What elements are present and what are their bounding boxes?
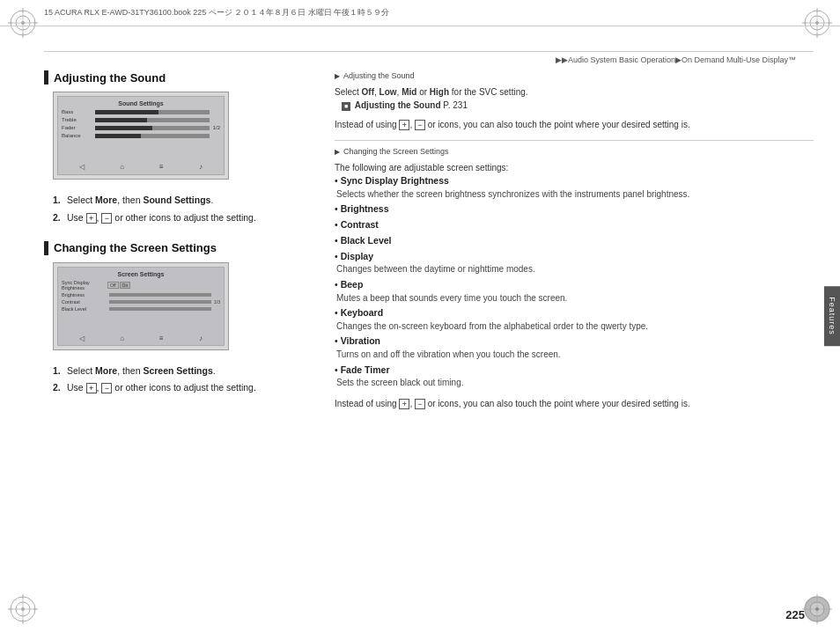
menu-icon: ≡ <box>159 163 164 171</box>
screen-settings-list: •Sync Display Brightness Selects whether… <box>335 174 814 390</box>
table-row: Balance <box>62 133 220 138</box>
section2-steps: 1. Select More, then Screen Settings. 2.… <box>53 364 317 396</box>
plus-icon: + <box>86 213 97 224</box>
section2-heading-text: Changing the Screen Settings <box>54 241 217 254</box>
section1-heading-text: Adjusting the Sound <box>54 71 166 85</box>
right-section2-intro: The following are adjustable screen sett… <box>335 161 814 175</box>
minus-icon-4: − <box>415 399 425 409</box>
minus-icon-2: − <box>101 383 112 393</box>
minus-icon-3: − <box>415 120 425 130</box>
plus-icon-3: + <box>399 120 409 130</box>
list-item: •Display Changes between the daytime or … <box>335 250 814 276</box>
step-2-screen: 2. Use +, − or other icons to adjust the… <box>53 381 317 395</box>
screen-bottom-icons: ◁ ⌂ ≡ ♪ <box>62 163 220 171</box>
sound-settings-screen: Sound Settings Bass Treble <box>53 92 229 180</box>
screen-settings-screen: Screen Settings Sync Display Brightness … <box>53 262 229 350</box>
right-section1-title: ▶ Adjusting the Sound <box>335 70 814 83</box>
screen-settings-label: Screen Settings <box>58 271 224 277</box>
top-header: 15 ACURA RLX E-AWD-31TY36100.book 225 ペー… <box>0 0 840 26</box>
right-section1-body1: Select Off, Low, Mid or High for the SVC… <box>335 85 814 113</box>
toggle-on: On <box>120 282 131 289</box>
list-item: •Fade Timer Sets the screen black out ti… <box>335 364 814 390</box>
ref-icon: ■ <box>342 102 350 111</box>
screen2-bottom-icons: ◁ ⌂ ≡ ♪ <box>62 334 220 342</box>
section1-steps: 1. Select More, then Sound Settings. 2. … <box>53 194 317 225</box>
toggle-off: Off <box>107 282 119 289</box>
arrow-icon-2: ▶ <box>335 147 340 158</box>
list-item: •Vibration Turns on and off the vibratio… <box>335 334 814 361</box>
menu-icon-2: ≡ <box>159 334 164 342</box>
sound-settings-inner: Sound Settings Bass Treble <box>57 96 225 175</box>
step-1: 1. Select More, then Sound Settings. <box>53 194 317 208</box>
table-row: Bass <box>62 109 220 114</box>
table-row: Contrast 1/3 <box>62 299 220 305</box>
list-item: •Beep Mutes a beep that sounds every tim… <box>335 278 814 305</box>
page-number: 225 <box>785 608 805 621</box>
arrow-icon: ▶ <box>335 71 340 82</box>
right-section2-footer: Instead of using +, − or icons, you can … <box>335 397 814 411</box>
list-item: •Black Level <box>335 234 814 248</box>
right-section2-title: ▶ Changing the Screen Settings <box>335 146 814 158</box>
plus-icon-2: + <box>86 383 97 393</box>
plus-icon-4: + <box>399 399 409 409</box>
audio-icon-2: ♪ <box>199 334 203 342</box>
table-row: Black Level <box>62 306 220 312</box>
list-item: •Sync Display Brightness Selects whether… <box>335 174 814 201</box>
section-adjusting-sound: Adjusting the Sound Sound Settings Bass … <box>44 70 317 225</box>
main-content: Adjusting the Sound Sound Settings Bass … <box>44 70 814 597</box>
screen-settings-inner: Screen Settings Sync Display Brightness … <box>57 267 225 346</box>
table-row: Fader 1/2 <box>62 125 220 130</box>
table-row: Brightness <box>62 292 220 298</box>
audio-icon: ♪ <box>199 163 203 171</box>
right-column: ▶ Adjusting the Sound Select Off, Low, M… <box>335 70 814 597</box>
back-icon-2: ◁ <box>79 334 85 342</box>
section1-heading-bar <box>44 70 48 85</box>
home-icon: ⌂ <box>120 163 124 171</box>
section-screen-settings: Changing the Screen Settings Screen Sett… <box>44 241 317 396</box>
minus-icon: − <box>101 213 112 224</box>
right-section1-body2: Instead of using +, − or icons, you can … <box>335 118 814 132</box>
header-text: 15 ACURA RLX E-AWD-31TY36100.book 225 ペー… <box>44 7 796 18</box>
list-item: •Contrast <box>335 218 814 232</box>
back-icon: ◁ <box>79 163 85 171</box>
right-section-sound: ▶ Adjusting the Sound Select Off, Low, M… <box>335 70 814 131</box>
breadcrumb: ▶▶Audio System Basic Operation▶On Demand… <box>44 51 814 64</box>
features-tab: Features <box>824 286 840 346</box>
section1-heading: Adjusting the Sound <box>44 70 317 85</box>
list-item: •Brightness <box>335 202 814 217</box>
table-row: Treble <box>62 117 220 122</box>
left-column: Adjusting the Sound Sound Settings Bass … <box>44 70 317 597</box>
svg-point-22 <box>21 607 25 611</box>
home-icon-2: ⌂ <box>120 334 124 342</box>
sound-settings-rows: Bass Treble Fader 1/2 <box>62 109 220 141</box>
right-section-screen: ▶ Changing the Screen Settings The follo… <box>335 146 814 410</box>
corner-decoration-bl <box>7 593 39 625</box>
screen-settings-rows: Sync Display Brightness Off On Brightnes… <box>62 280 220 313</box>
corner-decoration-br <box>801 593 833 625</box>
svg-point-31 <box>815 607 819 611</box>
step-1-screen: 1. Select More, then Screen Settings. <box>53 364 317 378</box>
step-2: 2. Use +, − or other icons to adjust the… <box>53 211 317 225</box>
right-section1-title-text: Adjusting the Sound <box>343 70 415 83</box>
divider-1 <box>335 140 814 141</box>
table-row: Sync Display Brightness Off On <box>62 280 220 290</box>
list-item: •Keyboard Changes the on-screen keyboard… <box>335 306 814 333</box>
right-section2-title-text: Changing the Screen Settings <box>343 146 449 158</box>
section2-heading-bar <box>44 241 48 255</box>
section2-heading: Changing the Screen Settings <box>44 241 317 255</box>
sound-settings-label: Sound Settings <box>58 100 224 107</box>
